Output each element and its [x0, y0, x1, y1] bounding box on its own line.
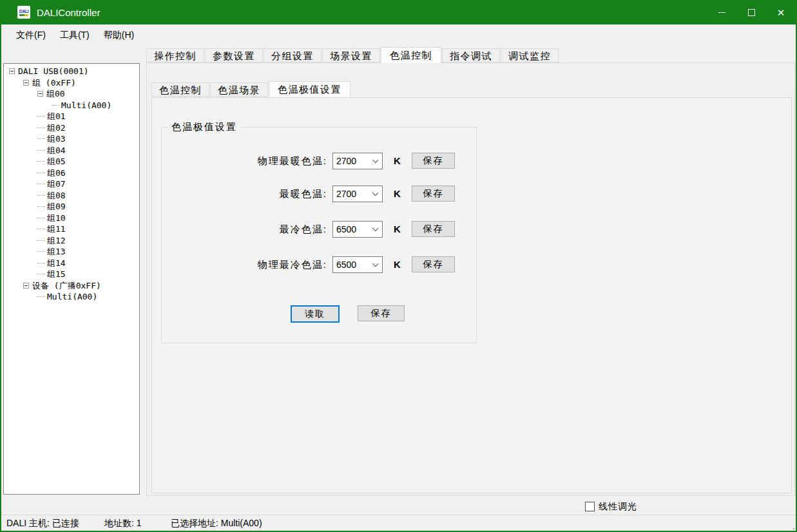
- tree-item[interactable]: 组04: [4, 145, 139, 157]
- chevron-down-icon[interactable]: [372, 261, 378, 267]
- tree-connector: [37, 195, 45, 196]
- extremes-groupbox: 色温极值设置 读取 保存 物理最暖色温:2700K保存最暖色温:2700K保存最…: [161, 127, 477, 343]
- tree-connector: [37, 263, 45, 263]
- temperature-combobox[interactable]: 6500: [332, 221, 383, 238]
- status-selected-address: 已选择地址: Multi(A00): [171, 515, 262, 531]
- tree-item[interactable]: 设备 (广播0xFF): [4, 280, 139, 292]
- tree-item[interactable]: 组01: [4, 111, 139, 122]
- tree-item-label: 设备 (广播0xFF): [32, 280, 101, 291]
- tree-item[interactable]: 组06: [4, 167, 139, 179]
- tree-item[interactable]: 组14: [4, 258, 139, 269]
- app-icon-bar: [19, 14, 28, 16]
- temperature-combobox[interactable]: 2700: [332, 153, 383, 169]
- minus-glyph: [24, 82, 28, 83]
- save-button[interactable]: 保存: [358, 305, 405, 321]
- tree-item[interactable]: 组05: [4, 156, 139, 167]
- temperature-combobox[interactable]: 2700: [332, 185, 383, 202]
- close-button[interactable]: ✕: [766, 0, 796, 24]
- tree-item[interactable]: 组12: [4, 235, 139, 247]
- row-save-button[interactable]: 保存: [412, 221, 455, 237]
- chevron-down-icon[interactable]: [372, 190, 378, 196]
- tree-item[interactable]: 组02: [4, 122, 139, 134]
- row-label: 物理最冷色温:: [162, 256, 327, 273]
- tree-collapse-icon[interactable]: [23, 283, 29, 289]
- tab-6[interactable]: 调试监控: [501, 48, 559, 62]
- form-row: 最暖色温:2700K保存: [162, 185, 476, 203]
- groupbox-title: 色温极值设置: [168, 121, 240, 133]
- tree-item-label: 组07: [47, 178, 66, 189]
- tab-1[interactable]: 参数设置: [205, 48, 263, 62]
- tree-item[interactable]: 组11: [4, 223, 139, 235]
- tree-item[interactable]: 组00: [4, 88, 139, 100]
- menu-item-0[interactable]: 文件(F): [9, 24, 53, 45]
- tab-0[interactable]: 操作控制: [146, 48, 204, 62]
- unit-label: K: [394, 221, 401, 238]
- subtab-1[interactable]: 色温场景: [210, 82, 268, 97]
- tree-connector: [37, 150, 45, 151]
- status-address-count: 地址数: 1: [104, 515, 142, 531]
- minus-glyph: [39, 93, 42, 94]
- maximize-icon: [748, 9, 755, 16]
- unit-label: K: [394, 256, 401, 273]
- tree-panel[interactable]: DALI USB(0001)组 (0xFF)组00Multi(A00)组01组0…: [3, 63, 140, 495]
- combobox-value: 6500: [336, 257, 356, 272]
- read-button[interactable]: 读取: [291, 305, 340, 323]
- tree-connector: [37, 218, 45, 218]
- row-label: 物理最暖色温:: [162, 153, 327, 169]
- tree-connector: [37, 251, 45, 252]
- row-save-button[interactable]: 保存: [412, 185, 455, 202]
- tree-collapse-icon[interactable]: [23, 80, 29, 86]
- tree-item-label: 组15: [47, 269, 66, 280]
- tree-connector: [37, 161, 45, 162]
- chevron-down-icon[interactable]: [372, 225, 378, 231]
- tree-item-label: 组11: [47, 223, 66, 234]
- tab-3[interactable]: 场景设置: [322, 48, 380, 62]
- status-connection: DALI 主机: 已连接: [6, 515, 79, 531]
- tree-item[interactable]: 组13: [4, 246, 139, 258]
- combobox-value: 2700: [336, 153, 356, 169]
- row-save-button[interactable]: 保存: [412, 256, 455, 272]
- window-controls: ✕: [707, 0, 796, 24]
- menu-item-2[interactable]: 帮助(H): [97, 24, 141, 45]
- tree-item[interactable]: 组07: [4, 178, 139, 190]
- tree-item[interactable]: 组08: [4, 190, 139, 202]
- menu-item-1[interactable]: 工具(T): [53, 24, 97, 45]
- tree-item[interactable]: 组09: [4, 201, 139, 213]
- tree-collapse-icon[interactable]: [9, 68, 15, 74]
- tree-item[interactable]: Multi(A00): [4, 100, 139, 111]
- linear-dimming-checkbox[interactable]: [585, 502, 595, 511]
- tree-item-label: Multi(A00): [47, 291, 97, 302]
- tab-4[interactable]: 色温控制: [381, 47, 441, 63]
- tree-item[interactable]: 组 (0xFF): [4, 77, 139, 89]
- tree-collapse-icon[interactable]: [37, 91, 43, 97]
- maximize-button[interactable]: [736, 0, 766, 24]
- tree-item-label: 组12: [47, 235, 66, 246]
- tree-connector: [37, 138, 45, 139]
- tree-item[interactable]: 组15: [4, 269, 139, 280]
- tab-5[interactable]: 指令调试: [442, 48, 500, 62]
- tree-item[interactable]: Multi(A00): [4, 291, 139, 303]
- form-row: 最冷色温:6500K保存: [162, 221, 476, 238]
- tree-item[interactable]: 组03: [4, 133, 139, 145]
- tree-connector: [37, 274, 45, 274]
- tree-item[interactable]: 组10: [4, 213, 139, 224]
- tree-item-label: Multi(A00): [61, 100, 111, 111]
- tree-item[interactable]: DALI USB(0001): [4, 66, 139, 77]
- tab-2[interactable]: 分组设置: [264, 48, 322, 62]
- form-row: 物理最冷色温:6500K保存: [162, 256, 476, 274]
- row-save-button[interactable]: 保存: [412, 153, 455, 169]
- subtab-2[interactable]: 色温极值设置: [269, 81, 350, 97]
- minimize-button[interactable]: [707, 0, 736, 24]
- subtab-0[interactable]: 色温控制: [151, 82, 209, 97]
- resize-grip-icon[interactable]: [791, 526, 792, 527]
- temperature-combobox[interactable]: 6500: [332, 256, 383, 273]
- unit-label: K: [394, 153, 401, 169]
- row-label: 最暖色温:: [162, 185, 327, 202]
- tree-item-label: 组04: [47, 145, 66, 156]
- chevron-down-icon[interactable]: [372, 157, 378, 163]
- tree-item-label: 组10: [47, 213, 66, 223]
- tree-item-label: 组03: [47, 133, 66, 144]
- tree-item-label: 组06: [47, 167, 66, 178]
- tree-item-label: DALI USB(0001): [18, 66, 89, 77]
- tree-connector: [37, 229, 45, 229]
